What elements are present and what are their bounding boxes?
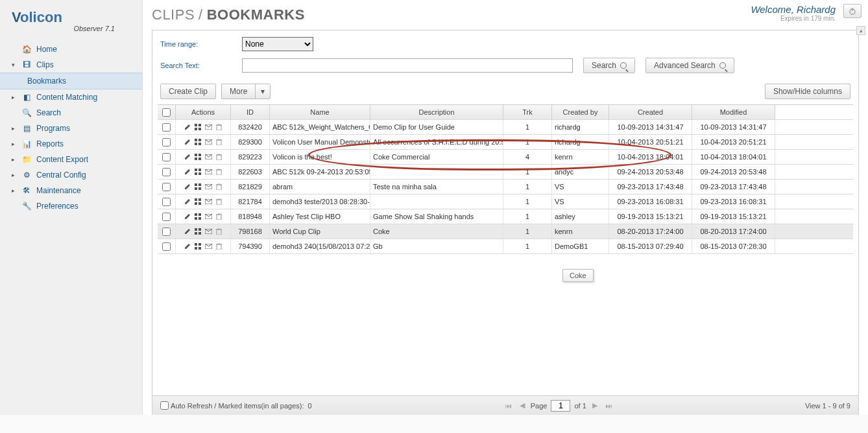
mail-icon[interactable] (204, 123, 212, 131)
row-checkbox[interactable] (162, 153, 171, 161)
sidebar-item-central-config[interactable]: ▸⚙Central Config (0, 167, 142, 183)
trash-icon[interactable] (215, 138, 223, 146)
trash-icon[interactable] (215, 242, 223, 250)
sidebar-item-search[interactable]: 🔍Search (0, 105, 142, 121)
prev-page-button[interactable]: ◀ (518, 401, 527, 410)
grid-icon[interactable] (194, 183, 202, 191)
trash-icon[interactable] (215, 198, 223, 205)
sidebar-item-clips[interactable]: ▾🎞Clips (0, 57, 142, 73)
col-name[interactable]: Name (270, 105, 370, 119)
col-id[interactable]: ID (231, 105, 270, 119)
trash-icon[interactable] (215, 168, 223, 176)
page-input[interactable] (551, 400, 570, 412)
row-checkbox[interactable] (162, 138, 171, 146)
trash-icon[interactable] (215, 213, 223, 220)
grid-icon[interactable] (194, 242, 202, 250)
table-row[interactable]: 794390 demohd3 240(15/08/2013 07:28 Gb 1… (158, 239, 853, 254)
edit-icon[interactable] (184, 183, 191, 191)
sidebar-item-bookmarks[interactable]: Bookmarks (0, 73, 142, 89)
show-hide-columns-button[interactable]: Show/Hide columns (765, 84, 850, 99)
row-checkbox[interactable] (162, 168, 171, 176)
table-row[interactable]: 829300 Volicon User Manual Demonstration… (158, 135, 853, 150)
advanced-search-button[interactable]: Advanced Search (645, 58, 734, 73)
mail-icon[interactable] (204, 138, 212, 146)
table-row[interactable]: 818948 Ashley Test Clip HBO Game Show Sa… (158, 209, 853, 224)
table-row[interactable]: 829223 Volicon is the best! Coke Commerc… (158, 150, 853, 165)
grid-icon[interactable] (194, 138, 202, 146)
mail-icon[interactable] (204, 183, 212, 191)
trash-icon[interactable] (215, 228, 223, 235)
sidebar-item-maintenance[interactable]: ▸🛠Maintenance (0, 183, 142, 198)
col-modified[interactable]: Modified (692, 105, 775, 119)
maint-icon: 🛠 (22, 186, 31, 195)
grid-icon[interactable] (194, 123, 202, 131)
mail-icon[interactable] (204, 213, 212, 220)
edit-icon[interactable] (184, 198, 191, 205)
row-checkbox[interactable] (162, 198, 171, 206)
col-by[interactable]: Created by (552, 105, 609, 119)
edit-icon[interactable] (184, 123, 191, 131)
trash-icon[interactable] (215, 123, 223, 131)
last-page-button[interactable]: ⏭ (603, 402, 614, 410)
sidebar-item-home[interactable]: 🏠Home (0, 41, 142, 57)
mail-icon[interactable] (204, 198, 212, 205)
table-row[interactable]: 821829 abram Teste na minha sala 1 VS 09… (158, 180, 853, 194)
clips-icon: 🎞 (22, 60, 31, 69)
edit-icon[interactable] (184, 242, 191, 250)
col-desc[interactable]: Description (370, 105, 503, 119)
row-name: ABC 512k 09-24-2013 20:53:05 (270, 165, 370, 179)
row-by: kenrn (552, 224, 609, 239)
col-trk[interactable]: Trk (503, 105, 552, 119)
svg-rect-12 (195, 143, 197, 145)
sidebar-item-content-matching[interactable]: ▸◧Content Matching (0, 89, 142, 105)
row-by: DemoGB1 (552, 239, 609, 253)
row-name: ABC 512k_Weight_Watchers_Commercial (270, 120, 370, 134)
grid-icon[interactable] (194, 213, 202, 220)
mail-icon[interactable] (204, 242, 212, 250)
row-checkbox[interactable] (162, 183, 171, 191)
table-row[interactable]: 832420 ABC 512k_Weight_Watchers_Commerci… (158, 120, 853, 135)
row-checkbox[interactable] (162, 228, 171, 236)
next-page-button[interactable]: ▶ (590, 401, 599, 410)
table-row[interactable]: 798168 World Cup Clip Coke 1 kenrn 08-20… (158, 224, 853, 239)
logo: Volicon Observer 7.1 (0, 5, 142, 38)
table-row[interactable]: 821784 demohd3 teste/2013 08:28:30-1 1 V… (158, 194, 853, 209)
row-checkbox[interactable] (162, 242, 171, 251)
edit-icon[interactable] (184, 168, 191, 176)
time-range-select[interactable]: None (242, 37, 313, 51)
edit-icon[interactable] (184, 228, 191, 235)
edit-icon[interactable] (184, 153, 191, 161)
edit-icon[interactable] (184, 213, 191, 220)
sidebar-item-programs[interactable]: ▸▤Programs (0, 121, 142, 136)
first-page-button[interactable]: ⏮ (503, 402, 514, 410)
search-text-input[interactable] (242, 58, 573, 73)
grid-icon[interactable] (194, 198, 202, 205)
search-button[interactable]: Search (583, 58, 635, 73)
power-button[interactable] (843, 4, 862, 18)
more-button[interactable]: More ▾ (221, 84, 271, 99)
auto-refresh-checkbox[interactable] (160, 401, 169, 410)
sidebar-item-content-export[interactable]: ▸📁Content Export (0, 152, 142, 167)
sidebar-item-preferences[interactable]: 🔧Preferences (0, 198, 142, 214)
scroll-up-icon[interactable]: ▴ (856, 26, 865, 35)
col-actions[interactable]: Actions (176, 105, 231, 119)
edit-icon[interactable] (184, 138, 191, 146)
mail-icon[interactable] (204, 228, 212, 235)
sidebar-item-reports[interactable]: ▸📊Reports (0, 136, 142, 152)
trash-icon[interactable] (215, 183, 223, 191)
create-clip-button[interactable]: Create Clip (160, 84, 216, 99)
grid-icon[interactable] (194, 168, 202, 176)
row-checkbox[interactable] (162, 213, 171, 221)
mail-icon[interactable] (204, 168, 212, 176)
table-row[interactable]: 822603 ABC 512k 09-24-2013 20:53:05 1 an… (158, 165, 853, 180)
scrollbar[interactable]: ▴ (856, 26, 867, 382)
grid-icon[interactable] (194, 153, 202, 161)
col-created[interactable]: Created (609, 105, 692, 119)
mail-icon[interactable] (204, 153, 212, 161)
svg-rect-5 (199, 128, 201, 130)
chevron-down-icon[interactable]: ▾ (255, 84, 271, 99)
trash-icon[interactable] (215, 153, 223, 161)
row-checkbox[interactable] (162, 123, 171, 132)
grid-icon[interactable] (194, 228, 202, 235)
select-all-checkbox[interactable] (162, 108, 171, 117)
